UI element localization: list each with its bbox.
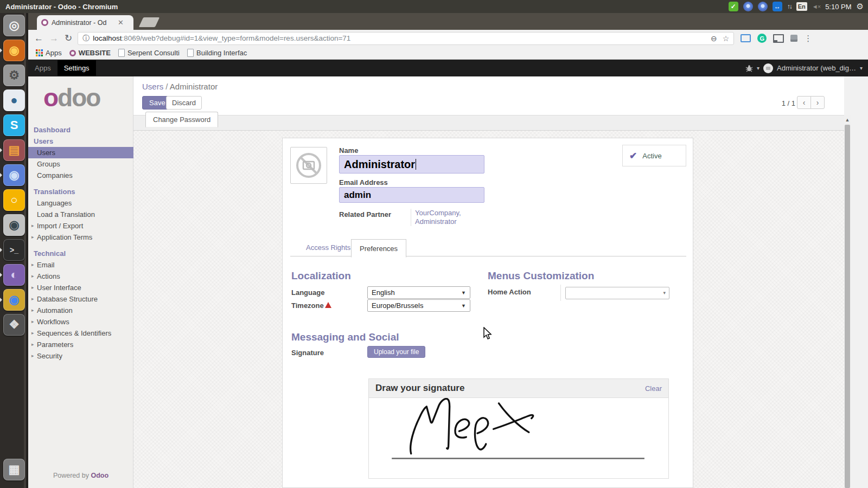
system-settings-icon[interactable]: ⚙	[3, 65, 25, 86]
checkmark-icon[interactable]: ✔	[629, 150, 637, 162]
discard-button[interactable]: Discard	[166, 96, 202, 110]
extension-cube-icon[interactable]	[790, 35, 797, 42]
grammarly-extension-icon[interactable]: G	[757, 34, 767, 43]
sidebar-item-groups[interactable]: Groups	[28, 158, 133, 170]
firefox-icon[interactable]: ◉	[3, 40, 25, 61]
sidebar-item-load-a-translation[interactable]: Load a Translation	[28, 209, 133, 220]
sidebar-item-application-terms[interactable]: ▸Application Terms	[28, 232, 133, 243]
dropdown-arrow-icon: ▼	[461, 303, 466, 309]
active-checkbox-group[interactable]: ✔ Active	[622, 145, 686, 166]
sidebar-section-dashboard[interactable]: Dashboard	[28, 124, 133, 136]
expand-arrow-icon: ▸	[31, 262, 34, 267]
sidebar-section-users[interactable]: Users	[28, 136, 133, 147]
session-gear-icon[interactable]: ⚙	[857, 2, 864, 11]
skype-icon[interactable]: S	[3, 114, 25, 136]
eclipse-glyph: ◐	[10, 269, 17, 281]
file-cabinet-icon[interactable]: ▤	[3, 139, 25, 161]
sidebar-item-companies[interactable]: Companies	[28, 170, 133, 181]
sidebar-item-workflows[interactable]: ▸Workflows	[28, 316, 133, 328]
sidebar-item-email[interactable]: ▸Email	[28, 259, 133, 271]
terminal-icon[interactable]: >_	[3, 239, 25, 261]
ubuntu-launcher-icon[interactable]: ◎	[3, 15, 25, 36]
tab-close-icon[interactable]: ✕	[118, 18, 124, 27]
user-avatar[interactable]	[763, 63, 773, 73]
eclipse-icon[interactable]: ◐	[3, 264, 25, 286]
sidebar-section-translations[interactable]: Translations	[28, 186, 133, 197]
sidebar-label: Database Structure	[37, 295, 98, 303]
chromium-tray-icon[interactable]	[743, 2, 753, 11]
sidebar-section-technical[interactable]: Technical	[28, 248, 133, 259]
google-keep-icon[interactable]: ○	[3, 189, 25, 211]
back-icon[interactable]: ←	[34, 33, 43, 44]
postgresql-icon[interactable]: ●	[3, 89, 25, 111]
sidebar-item-sequences-identifiers[interactable]: ▸Sequences & Identifiers	[28, 328, 133, 339]
cast-extension-icon[interactable]	[773, 34, 784, 43]
user-menu[interactable]: Administrator (web_dig…	[777, 64, 856, 72]
page-info-icon[interactable]: ⓘ	[82, 34, 90, 43]
bookmark-apps[interactable]: Apps	[36, 49, 62, 57]
trash-icon[interactable]: ▦	[3, 459, 25, 480]
tab-access-rights[interactable]: Access Rights	[298, 243, 358, 252]
language-select[interactable]: English▼	[367, 286, 470, 299]
reload-icon[interactable]: ↻	[65, 33, 72, 44]
scrollbar-thumb[interactable]	[845, 125, 850, 488]
debug-caret-icon[interactable]: ▾	[757, 65, 760, 71]
sidebar-item-actions[interactable]: ▸Actions	[28, 271, 133, 282]
teamviewer-icon[interactable]: ↔	[773, 2, 782, 11]
sidebar-item-user-interface[interactable]: ▸User Interface	[28, 282, 133, 293]
pager-next-button[interactable]: ›	[810, 96, 825, 109]
bookmark-serpent[interactable]: Serpent Consulti	[118, 49, 180, 57]
browser-menu-icon[interactable]: ⋮	[804, 34, 812, 43]
bookmark-website[interactable]: WEBSITE	[69, 49, 111, 57]
related-partner-link[interactable]: YourCompany, Administrator	[411, 209, 486, 226]
zoom-out-icon[interactable]: ⊖	[711, 34, 717, 43]
breadcrumb-users-link[interactable]: Users	[142, 82, 163, 91]
url-text[interactable]: localhost:8069/web?debug#id=1&view_type=…	[93, 34, 705, 42]
chrome-icon[interactable]: ◉	[3, 289, 25, 311]
sidebar-label: Users	[34, 137, 53, 145]
signature-drawing	[369, 398, 668, 478]
sidebar-item-automation[interactable]: ▸Automation	[28, 305, 133, 316]
timezone-select[interactable]: Europe/Brussels▼	[367, 299, 470, 312]
scrollbar[interactable]: ▲	[844, 115, 851, 488]
bookmark-star-icon[interactable]: ☆	[723, 34, 730, 43]
tab-preferences[interactable]: Preferences	[351, 239, 406, 258]
forward-icon[interactable]: →	[49, 33, 59, 44]
clock[interactable]: 5:10 PM	[825, 3, 851, 11]
email-input[interactable]: admin	[339, 187, 484, 203]
user-image-placeholder[interactable]	[290, 147, 327, 184]
screenshot-extension-icon[interactable]	[741, 34, 751, 42]
bookmark-building[interactable]: Building Interfac	[187, 49, 247, 57]
clear-signature-link[interactable]: Clear	[645, 384, 662, 393]
home-action-combobox[interactable]: ▾	[565, 287, 669, 299]
user-menu-caret-icon[interactable]: ▾	[860, 65, 863, 71]
nav-apps[interactable]: Apps	[28, 64, 58, 72]
sidebar-item-security[interactable]: ▸Security	[28, 350, 133, 362]
pager-prev-button[interactable]: ‹	[797, 96, 811, 109]
new-tab-button[interactable]	[139, 17, 159, 27]
change-password-button[interactable]: Change Password	[145, 112, 218, 127]
sidebar-item-parameters[interactable]: ▸Parameters	[28, 339, 133, 350]
chromium-tray-icon-2[interactable]	[758, 2, 768, 11]
network-arrows-icon[interactable]: ↑↓	[787, 2, 792, 11]
muted-speaker-icon[interactable]: ◄×	[812, 2, 820, 11]
workspace-switcher-icon[interactable]: ❖	[3, 314, 25, 336]
dock-bottom: ▦	[0, 459, 28, 484]
nav-settings[interactable]: Settings	[58, 60, 96, 76]
sidebar-item-database-structure[interactable]: ▸Database Structure	[28, 293, 133, 305]
odoo-brand-link[interactable]: Odoo	[91, 472, 108, 479]
sidebar-item-users[interactable]: Users	[28, 147, 133, 158]
camera-app-icon[interactable]: ◉	[3, 214, 25, 236]
url-bar[interactable]: ⓘ localhost:8069/web?debug#id=1&view_typ…	[78, 32, 734, 45]
name-input[interactable]: Administrator	[339, 155, 484, 174]
scrollbar-up-icon[interactable]: ▲	[844, 117, 851, 123]
sidebar-item-languages[interactable]: Languages	[28, 197, 133, 209]
browser-tab[interactable]: Administrator - Od ✕	[37, 15, 133, 30]
keyboard-layout-indicator[interactable]: En	[796, 2, 807, 11]
sidebar-item-import-export[interactable]: ▸Import / Export	[28, 220, 133, 232]
upload-file-button[interactable]: Upload your file	[367, 346, 425, 358]
status-online-icon[interactable]: ✓	[729, 2, 738, 11]
chromium-icon[interactable]: ◉	[3, 164, 25, 186]
debug-bug-icon[interactable]	[745, 65, 753, 72]
signature-canvas[interactable]	[369, 398, 668, 478]
